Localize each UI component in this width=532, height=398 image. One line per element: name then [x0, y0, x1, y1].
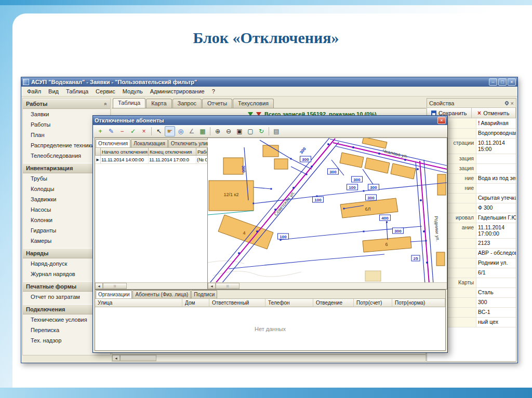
outage-work: (№ 00000403: [196, 156, 207, 163]
subscribers-tab[interactable]: Абоненты (Физ. лица): [132, 290, 191, 298]
column-header[interactable]: Работа: [196, 147, 207, 156]
outage-start: 11.11.2014 14:00:00: [101, 156, 149, 163]
scrollbar-thumb[interactable]: |||: [216, 283, 240, 289]
pipe-diameter-text: 400: [381, 216, 389, 221]
subscribers-tab[interactable]: Организации: [96, 290, 132, 298]
cancel-icon: ×: [477, 109, 481, 117]
toolbar-separator: [150, 126, 153, 136]
view-tab[interactable]: Отчеты: [202, 99, 232, 108]
scrollbar-thumb[interactable]: [120, 355, 156, 361]
property-value: !ВС-1: [476, 308, 516, 317]
property-value: !Аварийная: [476, 119, 516, 128]
grid-horizontal-scrollbar[interactable]: ◄ |||: [95, 282, 207, 289]
pipe-diameter-text: 25: [414, 256, 418, 261]
column-header[interactable]: Начало отключения: [101, 147, 149, 156]
slide-top-band: [0, 0, 532, 5]
pipe-diameter-text: 100: [314, 198, 322, 202]
view-tab[interactable]: Карта: [146, 99, 171, 108]
remove-icon[interactable]: −: [117, 126, 127, 136]
scrollbar-thumb[interactable]: |||: [103, 283, 127, 289]
minimize-button[interactable]: –: [489, 78, 497, 86]
property-value: !Ф 300: [476, 203, 516, 213]
edit-icon[interactable]: ✎: [106, 126, 116, 136]
dialog-window: Отключенные абоненты × +✎−✓×↖☛◎∠▦⊕⊖▣▢↻▤ …: [92, 115, 448, 353]
column-header[interactable]: Конец отключения: [149, 147, 196, 156]
menu-item[interactable]: Модуль: [119, 87, 147, 95]
discard-icon[interactable]: ×: [139, 126, 149, 136]
zoom-in-icon[interactable]: ⊕: [212, 126, 223, 136]
apply-icon[interactable]: ✓: [128, 126, 138, 136]
pipe-diameter-label: 300: [328, 169, 339, 174]
maximize-button[interactable]: □: [498, 78, 507, 86]
outages-tab[interactable]: Локализация: [131, 139, 168, 147]
map-horizontal-scrollbar[interactable]: ◄ |||: [208, 282, 447, 289]
column-header[interactable]: Отведение: [313, 299, 354, 307]
column-header[interactable]: Потр(счет): [354, 299, 392, 307]
column-header[interactable]: Потр(норма): [392, 299, 445, 307]
alert-icon: !: [478, 120, 480, 126]
menu-item[interactable]: Таблица: [62, 87, 92, 95]
property-value: !АВР - обследова: [476, 249, 516, 258]
column-header[interactable]: Улица: [95, 299, 182, 307]
property-value: !: [476, 154, 516, 163]
pin-icon[interactable]: [504, 101, 509, 106]
zoom-out-icon[interactable]: ⊖: [223, 126, 234, 136]
measure-tool-icon[interactable]: ∠: [187, 126, 197, 136]
subscribers-tabs: ОрганизацииАбоненты (Физ. лица)Подписи: [95, 290, 445, 299]
outages-tab[interactable]: Отключения: [96, 139, 130, 147]
info-tool-icon[interactable]: ◎: [176, 126, 186, 136]
map-viewport[interactable]: 30030030010030030010040030010025300300Со…: [208, 138, 447, 282]
subscribers-tab[interactable]: Подписи: [191, 290, 217, 298]
building-number-label: 12/1 к2: [224, 192, 239, 197]
gis-map[interactable]: 30030030010030030010040030010025300300Со…: [208, 138, 447, 282]
dialog-titlebar[interactable]: Отключенные абоненты ×: [93, 116, 447, 125]
dialog-toolbar: +✎−✓×↖☛◎∠▦⊕⊖▣▢↻▤: [93, 125, 447, 138]
column-header[interactable]: Дом: [182, 299, 209, 307]
collapse-icon[interactable]: »: [103, 102, 109, 105]
pipe-diameter-text: 100: [349, 185, 356, 190]
outage-end: 11.11.2014 17:00:0: [149, 156, 196, 163]
scroll-left-icon[interactable]: ◄: [112, 355, 120, 361]
table-horizontal-scrollbar[interactable]: ◄: [112, 354, 426, 362]
dialog-close-button[interactable]: ×: [437, 117, 446, 124]
column-header[interactable]: Ответственный: [209, 299, 265, 307]
select-tool-icon[interactable]: ↖: [154, 126, 164, 136]
property-value: !Вода из под зем: [476, 174, 516, 183]
menu-item[interactable]: Файл: [23, 87, 45, 95]
scroll-left-icon[interactable]: ◄: [95, 283, 103, 289]
view-tab[interactable]: Техусловия: [233, 99, 274, 108]
menu-item[interactable]: Администрирование: [147, 87, 208, 95]
property-value: !6/1: [476, 268, 516, 278]
outage-row[interactable]: ▶ 11.11.2014 14:00:00 11.11.2014 17:00:0…: [95, 156, 207, 164]
close-button[interactable]: ×: [508, 78, 516, 86]
landmark-building: [365, 271, 381, 281]
add-icon[interactable]: +: [95, 126, 105, 136]
view-tab[interactable]: Таблица: [113, 98, 145, 108]
property-value: !Родники ул.: [476, 258, 516, 268]
pipe-diameter-label: 100: [313, 197, 324, 202]
window-titlebar[interactable]: АСУП "Водоканал" - Заявки - "Пользовател…: [21, 77, 517, 87]
view-tab[interactable]: Запрос: [172, 99, 202, 108]
pipe-diameter-label: 100: [278, 234, 289, 239]
menu-item[interactable]: Сервис: [92, 87, 119, 95]
pan-tool-icon[interactable]: ☛: [165, 126, 175, 136]
refresh-icon[interactable]: ↻: [256, 126, 267, 136]
scroll-left-icon[interactable]: ◄: [208, 283, 216, 289]
subscribers-panel: ОрганизацииАбоненты (Физ. лица)Подписи У…: [95, 290, 446, 351]
building-number-label: 6: [385, 242, 388, 247]
pipe-diameter-label: 300: [393, 228, 404, 234]
property-value: !11.11.2014 17:00:00: [476, 223, 516, 238]
layers-icon[interactable]: ▦: [197, 126, 208, 136]
menu-item[interactable]: ?: [208, 87, 219, 95]
sidebar-section-header[interactable]: Работы »: [23, 99, 110, 109]
column-header[interactable]: Телефон: [265, 299, 313, 307]
zoom-extent-icon[interactable]: ▣: [234, 126, 245, 136]
toolbar-separator: [267, 126, 271, 136]
pipe-diameter-text: 300: [329, 170, 337, 174]
menu-item[interactable]: Вид: [45, 87, 62, 95]
cancel-button[interactable]: × Отменить: [472, 108, 516, 118]
print-icon[interactable]: ▤: [271, 126, 282, 136]
close-panel-icon[interactable]: ×: [511, 101, 514, 106]
zoom-window-icon[interactable]: ▢: [245, 126, 256, 136]
view-tabs: ТаблицаКартаЗапросОтчетыТехусловия: [112, 98, 426, 108]
